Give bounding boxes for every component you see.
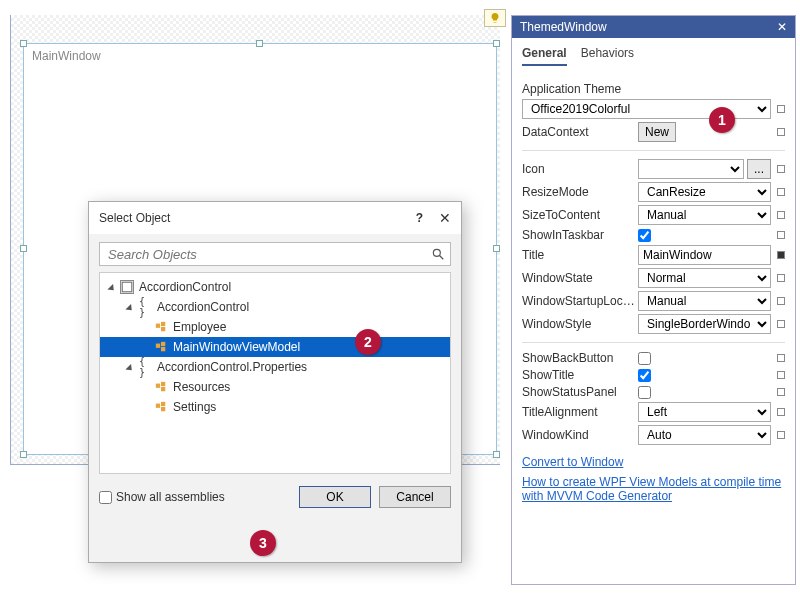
- svg-rect-5: [161, 327, 165, 331]
- search-icon: [431, 247, 445, 261]
- tree-item-accordioncontrol-properties[interactable]: { }AccordionControl.Properties: [100, 357, 450, 377]
- tab-behaviors[interactable]: Behaviors: [581, 46, 634, 66]
- expand-arrow-icon[interactable]: [125, 303, 134, 312]
- close-icon[interactable]: ✕: [777, 20, 787, 34]
- prop-select-windowstyle[interactable]: SingleBorderWindow: [638, 314, 771, 334]
- svg-rect-9: [156, 384, 160, 388]
- class-icon: [154, 320, 168, 334]
- resize-handle[interactable]: [493, 245, 500, 252]
- prop-control: SingleBorderWindow: [638, 314, 771, 334]
- property-links: Convert to Window How to create WPF View…: [522, 455, 785, 503]
- property-marker[interactable]: [777, 297, 785, 305]
- property-marker[interactable]: [777, 371, 785, 379]
- property-marker[interactable]: [777, 388, 785, 396]
- show-all-assemblies-checkbox[interactable]: Show all assemblies: [99, 490, 291, 504]
- property-marker[interactable]: [777, 408, 785, 416]
- expand-arrow-icon[interactable]: [107, 283, 116, 292]
- lightbulb-hint[interactable]: [484, 9, 506, 27]
- property-marker[interactable]: [777, 251, 785, 259]
- tab-general[interactable]: General: [522, 46, 567, 66]
- property-marker[interactable]: [777, 211, 785, 219]
- callout-2: 2: [355, 329, 381, 355]
- howto-viewmodels-link[interactable]: How to create WPF View Models at compile…: [522, 475, 785, 503]
- tree-item-label: MainWindowViewModel: [173, 340, 300, 354]
- tree-item-settings[interactable]: Settings: [100, 397, 450, 417]
- prop-select-windowkind[interactable]: Auto: [638, 425, 771, 445]
- prop-label: WindowState: [522, 271, 638, 285]
- prop-select-icon[interactable]: [638, 159, 744, 179]
- resize-handle[interactable]: [20, 245, 27, 252]
- object-tree[interactable]: AccordionControl{ }AccordionControlEmplo…: [99, 272, 451, 474]
- prop-select-windowstate[interactable]: Normal: [638, 268, 771, 288]
- expand-arrow-icon[interactable]: [125, 363, 134, 372]
- show-all-assemblies-label: Show all assemblies: [116, 490, 225, 504]
- application-theme-label: Application Theme: [522, 82, 785, 96]
- prop-label: ResizeMode: [522, 185, 638, 199]
- prop-select-windowstartuplocation[interactable]: Manual: [638, 291, 771, 311]
- namespace-icon: { }: [138, 360, 152, 374]
- datacontext-new-button[interactable]: New: [638, 122, 676, 142]
- property-marker[interactable]: [777, 231, 785, 239]
- resize-handle[interactable]: [493, 40, 500, 47]
- prop-row-sizetocontent: SizeToContentManual: [522, 205, 785, 225]
- prop-text-title[interactable]: [638, 245, 771, 265]
- close-icon[interactable]: ✕: [439, 210, 451, 226]
- prop-row-icon: Icon...: [522, 159, 785, 179]
- tree-item-label: AccordionControl: [157, 300, 249, 314]
- prop-label: WindowKind: [522, 428, 638, 442]
- convert-to-window-link[interactable]: Convert to Window: [522, 455, 785, 469]
- tree-item-accordioncontrol[interactable]: { }AccordionControl: [100, 297, 450, 317]
- property-marker[interactable]: [777, 320, 785, 328]
- resize-handle[interactable]: [20, 451, 27, 458]
- prop-control: [638, 386, 771, 399]
- prop-row-titlealignment: TitleAlignmentLeft: [522, 402, 785, 422]
- tree-item-label: AccordionControl.Properties: [157, 360, 307, 374]
- help-icon[interactable]: ?: [416, 211, 423, 225]
- datacontext-label: DataContext: [522, 125, 638, 139]
- svg-rect-10: [161, 382, 165, 386]
- resize-handle[interactable]: [20, 40, 27, 47]
- dialog-title: Select Object: [99, 211, 416, 225]
- svg-rect-12: [156, 404, 160, 408]
- property-marker[interactable]: [777, 105, 785, 113]
- svg-rect-8: [161, 347, 165, 351]
- dialog-footer: Show all assemblies OK Cancel: [99, 486, 451, 508]
- browse-button[interactable]: ...: [747, 159, 771, 179]
- cancel-button[interactable]: Cancel: [379, 486, 451, 508]
- prop-checkbox-showintaskbar[interactable]: [638, 229, 651, 242]
- property-marker[interactable]: [777, 188, 785, 196]
- properties-panel: ThemedWindow ✕ General Behaviors Applica…: [511, 15, 796, 585]
- tree-item-employee[interactable]: Employee: [100, 317, 450, 337]
- prop-checkbox-showbackbutton[interactable]: [638, 352, 651, 365]
- prop-select-sizetocontent[interactable]: Manual: [638, 205, 771, 225]
- ok-button[interactable]: OK: [299, 486, 371, 508]
- svg-rect-7: [161, 342, 165, 346]
- prop-checkbox-showtitle[interactable]: [638, 369, 651, 382]
- prop-label: WindowStartupLocat...: [522, 294, 638, 308]
- class-icon: [154, 380, 168, 394]
- prop-row-windowstyle: WindowStyleSingleBorderWindow: [522, 314, 785, 334]
- resize-handle[interactable]: [493, 451, 500, 458]
- prop-row-resizemode: ResizeModeCanResize: [522, 182, 785, 202]
- tree-item-resources[interactable]: Resources: [100, 377, 450, 397]
- prop-checkbox-showstatuspanel[interactable]: [638, 386, 651, 399]
- property-marker[interactable]: [777, 274, 785, 282]
- prop-row-showstatuspanel: ShowStatusPanel: [522, 385, 785, 399]
- resize-handle[interactable]: [256, 40, 263, 47]
- svg-point-0: [433, 249, 440, 256]
- prop-select-resizemode[interactable]: CanResize: [638, 182, 771, 202]
- assembly-icon: [120, 280, 134, 294]
- show-all-assemblies-input[interactable]: [99, 491, 112, 504]
- property-marker[interactable]: [777, 128, 785, 136]
- search-input[interactable]: [99, 242, 451, 266]
- property-marker[interactable]: [777, 165, 785, 173]
- prop-label: SizeToContent: [522, 208, 638, 222]
- tree-item-mainwindowviewmodel[interactable]: MainWindowViewModel: [100, 337, 450, 357]
- property-marker[interactable]: [777, 431, 785, 439]
- prop-select-titlealignment[interactable]: Left: [638, 402, 771, 422]
- tree-item-accordioncontrol[interactable]: AccordionControl: [100, 277, 450, 297]
- prop-control: Normal: [638, 268, 771, 288]
- prop-row-showintaskbar: ShowInTaskbar: [522, 228, 785, 242]
- property-marker[interactable]: [777, 354, 785, 362]
- properties-header: ThemedWindow ✕: [512, 16, 795, 38]
